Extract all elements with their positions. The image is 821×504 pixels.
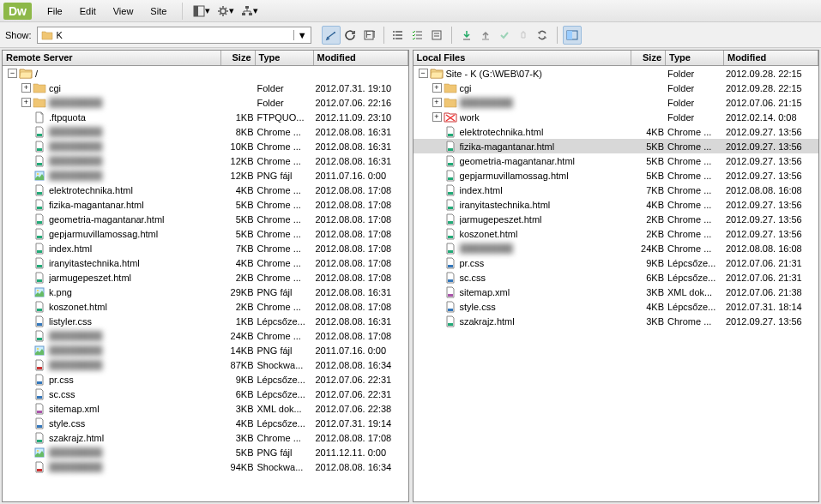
gear-icon[interactable]: ▾ [217, 3, 234, 20]
file-row[interactable]: ████████94KBShockwa...2012.08.08. 16:34 [3, 459, 408, 474]
col-name[interactable]: Local Files [414, 51, 632, 65]
root-row[interactable]: −Site - K (G:\WEB\07-K)Folder2012.09.28.… [414, 66, 819, 81]
file-row[interactable]: ████████24KBChrome ...2012.08.08. 16:08 [414, 241, 819, 255]
file-row[interactable]: ████████5KBPNG fájl2011.12.11. 0:00 [3, 445, 408, 459]
view-list-icon[interactable] [389, 26, 408, 45]
file-row[interactable]: +████████Folder2012.07.06. 21:15 [414, 95, 819, 110]
file-row[interactable]: fizika-magantanar.html5KBChrome ...2012.… [3, 197, 408, 212]
file-row[interactable]: iranyitastechnika.html4KBChrome ...2012.… [3, 255, 408, 270]
file-type: Chrome ... [256, 200, 314, 210]
expander-icon[interactable]: − [419, 69, 428, 78]
col-size[interactable]: Size [221, 51, 256, 65]
file-row[interactable]: style.css4KBLépcsőze...2012.07.31. 18:14 [414, 299, 819, 314]
root-row[interactable]: −/ [3, 66, 408, 81]
remote-file-list[interactable]: −/+cgiFolder2012.07.31. 19:10+████████Fo… [3, 66, 408, 501]
file-row[interactable]: sc.css6KBLépcsőze...2012.07.06. 22:31 [3, 387, 408, 401]
file-size: 6KB [221, 389, 256, 399]
file-row[interactable]: elektrotechnika.html4KBChrome ...2012.09… [414, 124, 819, 139]
file-row[interactable]: koszonet.html2KBChrome ...2012.09.27. 13… [414, 226, 819, 241]
file-row[interactable]: ████████24KBChrome ...2012.08.08. 17:08 [3, 328, 408, 343]
file-size: 87KB [221, 360, 256, 370]
file-size: 5KB [221, 229, 256, 239]
expander-icon[interactable]: − [8, 69, 17, 78]
file-row[interactable]: fizika-magantanar.html5KBChrome ...2012.… [414, 139, 819, 153]
file-row[interactable]: style.css4KBLépcsőze...2012.07.31. 19:14 [3, 416, 408, 430]
file-row[interactable]: sitemap.xml3KBXML dok...2012.07.06. 22:3… [3, 401, 408, 416]
expander-icon[interactable]: + [432, 112, 442, 122]
file-row[interactable]: pr.css9KBLépcsőze...2012.07.06. 21:31 [414, 255, 819, 270]
file-row[interactable]: ████████12KBPNG fájl2011.07.16. 0:00 [3, 168, 408, 183]
svg-rect-30 [37, 323, 42, 326]
file-row[interactable]: ████████14KBPNG fájl2011.07.16. 0:00 [3, 343, 408, 357]
col-name[interactable]: Remote Server [3, 51, 221, 65]
file-type: Chrome ... [256, 273, 314, 283]
file-type: Folder [666, 112, 724, 123]
refresh-icon[interactable] [341, 26, 359, 45]
col-size[interactable]: Size [631, 51, 666, 65]
file-row[interactable]: +workFolder2012.02.14. 0:08 [414, 110, 819, 124]
file-row[interactable]: szakrajz.html3KBChrome ...2012.09.27. 13… [414, 314, 819, 328]
file-row[interactable]: jarmugepeszet.html2KBChrome ...2012.09.2… [414, 212, 819, 226]
file-row[interactable]: sitemap.xml3KBXML dok...2012.07.06. 21:3… [414, 285, 819, 299]
col-mod[interactable]: Modified [314, 51, 408, 65]
col-type[interactable]: Type [666, 51, 724, 65]
folder-icon [444, 82, 457, 94]
checkin-icon[interactable] [514, 26, 533, 45]
remote-panel: Remote Server Size Type Modified −/+cgiF… [2, 50, 409, 502]
ftp-log-icon[interactable]: FTP [359, 26, 378, 45]
file-row[interactable]: elektrotechnika.html4KBChrome ...2012.08… [3, 183, 408, 197]
file-row[interactable]: k.png29KBPNG fájl2012.08.08. 16:31 [3, 285, 408, 299]
file-row[interactable]: gepjarmuvillamossag.html5KBChrome ...201… [414, 168, 819, 183]
file-row[interactable]: pr.css9KBLépcsőze...2012.07.06. 22:31 [3, 372, 408, 387]
col-mod[interactable]: Modified [724, 51, 818, 65]
file-name: szakrajz.html [460, 316, 632, 327]
layout-icon[interactable]: ▾ [193, 3, 210, 20]
file-row[interactable]: geometria-magantanar.html5KBChrome ...20… [3, 212, 408, 226]
view-checklist-icon[interactable] [408, 26, 427, 45]
file-row[interactable]: index.html7KBChrome ...2012.08.08. 16:08 [414, 183, 819, 197]
dropdown-arrow-icon[interactable]: ▼ [293, 30, 307, 40]
file-size: 12KB [221, 156, 256, 166]
file-row[interactable]: sc.css6KBLépcsőze...2012.07.06. 21:31 [414, 270, 819, 285]
file-size: 3KB [631, 287, 666, 297]
expand-panel-icon[interactable] [563, 26, 582, 45]
file-row[interactable]: listyler.css1KBLépcsőze...2012.08.08. 16… [3, 314, 408, 328]
file-size: 4KB [221, 418, 256, 429]
expander-icon[interactable]: + [432, 83, 442, 93]
expander-icon[interactable]: + [21, 98, 31, 107]
file-row[interactable]: iranyitastechnika.html4KBChrome ...2012.… [414, 197, 819, 212]
svg-rect-21 [37, 207, 42, 209]
file-row[interactable]: .ftpquota1KBFTPQUO...2012.11.09. 23:10 [3, 110, 408, 124]
file-row[interactable]: ████████87KBShockwa...2012.08.08. 16:34 [3, 357, 408, 372]
menu-file[interactable]: File [39, 3, 71, 20]
col-type[interactable]: Type [256, 51, 314, 65]
file-row[interactable]: szakrajz.html3KBChrome ...2012.08.08. 17… [3, 430, 408, 445]
file-row[interactable]: index.html7KBChrome ...2012.08.08. 17:08 [3, 241, 408, 255]
file-row[interactable]: +cgiFolder2012.09.28. 22:15 [414, 81, 819, 95]
menu-view[interactable]: View [105, 3, 142, 20]
file-row[interactable]: ████████8KBChrome ...2012.08.08. 16:31 [3, 124, 408, 139]
connect-icon[interactable] [322, 26, 341, 45]
svg-point-9 [393, 31, 395, 33]
file-size: 1KB [221, 112, 256, 123]
sync-icon[interactable] [533, 26, 552, 45]
file-row[interactable]: gepjarmuvillamossag.html5KBChrome ...201… [3, 226, 408, 241]
file-row[interactable]: geometria-magantanar.html5KBChrome ...20… [414, 153, 819, 168]
file-row[interactable]: ████████12KBChrome ...2012.08.08. 16:31 [3, 153, 408, 168]
file-row[interactable]: +cgiFolder2012.07.31. 19:10 [3, 81, 408, 95]
local-file-list[interactable]: −Site - K (G:\WEB\07-K)Folder2012.09.28.… [414, 66, 819, 501]
checkout-icon[interactable] [495, 26, 514, 45]
file-row[interactable]: ████████10KBChrome ...2012.08.08. 16:31 [3, 139, 408, 153]
file-row[interactable]: +████████Folder2012.07.06. 22:16 [3, 95, 408, 110]
file-row[interactable]: jarmugepeszet.html2KBChrome ...2012.08.0… [3, 270, 408, 285]
sitemap-icon[interactable]: ▾ [241, 3, 258, 20]
menu-edit[interactable]: Edit [71, 3, 105, 20]
menu-site[interactable]: Site [142, 3, 175, 20]
file-row[interactable]: koszonet.html2KBChrome ...2012.08.08. 17… [3, 299, 408, 314]
expander-icon[interactable]: + [432, 98, 442, 107]
put-icon[interactable] [476, 26, 495, 45]
get-icon[interactable] [457, 26, 476, 45]
view-report-icon[interactable] [427, 26, 446, 45]
site-selector[interactable]: K ▼ [37, 27, 311, 44]
expander-icon[interactable]: + [21, 83, 31, 93]
